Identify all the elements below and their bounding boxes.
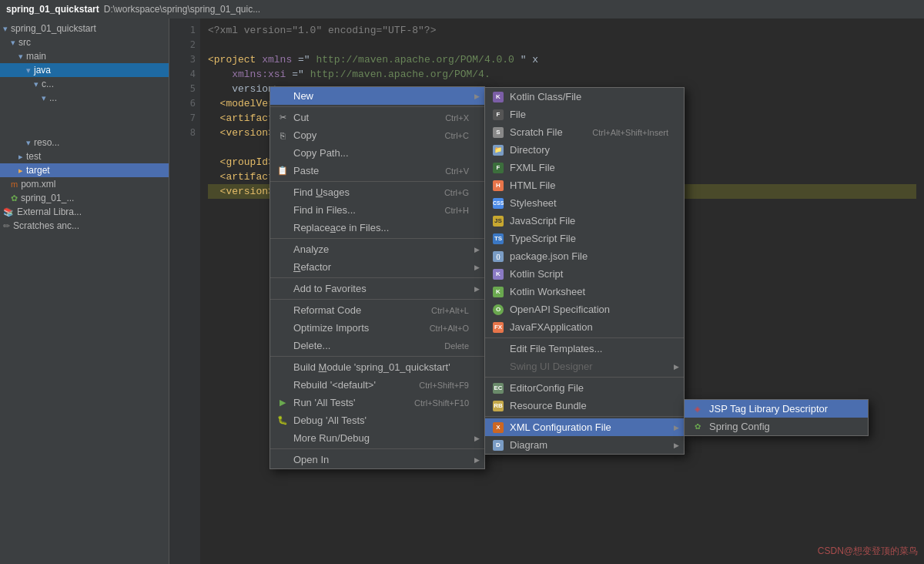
tree-item-test[interactable]: ▸ test (0, 149, 169, 163)
css-icon: CSS (491, 198, 505, 209)
menu-item-label: Delete... (293, 340, 330, 351)
submenu-fxml[interactable]: F FXML File (485, 159, 684, 176)
submenu-scratch[interactable]: S Scratch File Ctrl+Alt+Shift+Insert (485, 123, 684, 141)
tree-item-sub[interactable]: ▾ ... (0, 91, 169, 105)
menu-item-copy[interactable]: ⎘ Copy Ctrl+C (270, 126, 484, 144)
tree-item-scratches[interactable]: ✏ Scratches anc... (0, 219, 169, 233)
tree-label: ... (49, 92, 57, 103)
tree-label: c... (42, 79, 54, 89)
edit-tmpl-icon (491, 344, 505, 354)
editor-area: 1 2 3 4 5 6 7 8 <?xml version="1.0" enco… (169, 18, 924, 564)
menu-item-find-usages[interactable]: Find Usages Ctrl+G (270, 183, 484, 201)
tree-label: External Libra... (17, 206, 82, 217)
kw-icon: K (491, 287, 505, 297)
menu-item-run-tests[interactable]: ▶ Run 'All Tests' Ctrl+Shift+F10 (270, 394, 484, 411)
tree-label: pom.xml (21, 179, 55, 190)
submenu-javafx[interactable]: FX JavaFXApplication (485, 318, 684, 336)
menu-item-find-files[interactable]: Find in Files... Ctrl+H (270, 201, 484, 219)
submenu-openapi[interactable]: O OpenAPI Specification (485, 300, 684, 318)
tree-item-spring[interactable]: ✿ spring_01_... (0, 191, 169, 205)
scratch-icon: S (491, 127, 505, 138)
submenu-resource-bundle[interactable]: RB Resource Bundle (485, 397, 684, 415)
submenu-label: Stylesheet (510, 197, 557, 209)
copy-icon: ⎘ (276, 131, 289, 140)
menu-item-new[interactable]: New (270, 87, 484, 105)
sidebar: ▾ spring_01_quickstart ▾ src ▾ main ▾ ja… (0, 18, 169, 564)
submenu-jsp-tag[interactable]: ◈ JSP Tag Library Descriptor (685, 400, 868, 418)
menu-item-paste[interactable]: 📋 Paste Ctrl+V (270, 162, 484, 180)
file-icon: F (491, 109, 505, 120)
pkg-icon: {} (491, 251, 505, 262)
menu-item-favorites[interactable]: Add to Favorites (270, 280, 484, 297)
menu-item-copy-path[interactable]: Copy Path... (270, 144, 484, 162)
submenu-typescript[interactable]: TS TypeScript File (485, 230, 684, 247)
tree-item-resources[interactable]: ▾ reso... (0, 136, 169, 149)
submenu-kotlin-script[interactable]: K Kotlin Script (485, 265, 684, 283)
menu-item-reformat[interactable]: Reformat Code Ctrl+Alt+L (270, 301, 484, 319)
menu-item-label: Cut (293, 112, 309, 123)
tree-item-src[interactable]: ▾ src (0, 35, 169, 49)
submenu-spring-config[interactable]: ✿ Spring Config (685, 418, 868, 435)
paste-icon: 📋 (276, 166, 289, 176)
test-icon: ▸ (18, 152, 23, 162)
submenu-swing[interactable]: Swing UI Designer (485, 358, 684, 375)
ts-icon: TS (491, 233, 505, 244)
submenu-edit-templates[interactable]: Edit File Templates... (485, 340, 684, 358)
menu-item-rebuild[interactable]: Rebuild '<default>' Ctrl+Shift+F9 (270, 376, 484, 394)
tree-item-pom[interactable]: m pom.xml (0, 177, 169, 191)
submenu-label: HTML File (510, 180, 555, 191)
ec-icon: EC (491, 383, 505, 394)
tree-item-target[interactable]: ▸ target (0, 163, 169, 177)
submenu-label: FXML File (510, 162, 555, 173)
rb-icon: RB (491, 401, 505, 411)
tree-label: reso... (34, 137, 59, 148)
menu-item-open-in[interactable]: Open In (270, 451, 484, 468)
tree-label: target (26, 165, 50, 176)
tree-label: java (34, 65, 51, 76)
tree-item-project[interactable]: ▾ spring_01_quickstart (0, 22, 169, 35)
menu-overlay[interactable]: New ✂ Cut Ctrl+X ⎘ Copy Ctrl+C (169, 18, 924, 564)
submenu-label: JSP Tag Library Descriptor (709, 403, 828, 415)
menu-item-optimize[interactable]: Optimize Imports Ctrl+Alt+O (270, 319, 484, 337)
submenu-package-json[interactable]: {} package.json File (485, 247, 684, 265)
submenu-label: Swing UI Designer (510, 361, 593, 372)
submenu-label: Kotlin Worksheet (510, 286, 585, 297)
menu-item-refactor[interactable]: Refactor (270, 258, 484, 276)
menu-item-delete[interactable]: Delete... Delete (270, 337, 484, 354)
delete-shortcut: Delete (421, 341, 469, 351)
menu-item-replace[interactable]: Replaceace in Files... (270, 219, 484, 237)
submenu-xml-config[interactable]: X XML Configuration File ◈ JSP Tag Libra… (485, 418, 684, 436)
tree-item-c[interactable]: ▾ c... (0, 77, 169, 91)
kotlin-class-icon: K (491, 92, 505, 102)
xc-icon: X (491, 422, 505, 433)
submenu-html[interactable]: H HTML File (485, 176, 684, 194)
fxml-icon: F (491, 163, 505, 173)
menu-item-label: Rebuild '<default>' (293, 379, 376, 391)
menu-item-analyze[interactable]: Analyze (270, 240, 484, 258)
menu-item-build[interactable]: Build Module 'spring_01_quickstart' (270, 358, 484, 376)
submenu-editorconfig[interactable]: EC EditorConfig File (485, 379, 684, 397)
menu-item-cut[interactable]: ✂ Cut Ctrl+X (270, 109, 484, 126)
submenu-file[interactable]: F File (485, 106, 684, 123)
sub-sep-3 (485, 416, 684, 417)
menu-item-more-run[interactable]: More Run/Debug (270, 429, 484, 447)
tree-item-java[interactable]: ▾ java (0, 63, 169, 77)
submenu-javascript[interactable]: JS JavaScript File (485, 212, 684, 230)
cut-shortcut: Ctrl+X (422, 113, 469, 123)
directory-icon: 📁 (491, 145, 505, 156)
submenu-kotlin-class[interactable]: K Kotlin Class/File (485, 88, 684, 106)
spring-config-icon: ✿ (691, 421, 705, 432)
menu-item-debug-tests[interactable]: 🐛 Debug 'All Tests' (270, 411, 484, 429)
submenu-stylesheet[interactable]: CSS Stylesheet (485, 194, 684, 212)
project-name: spring_01_quickstart (6, 4, 99, 15)
sub-sep-1 (485, 337, 684, 338)
menu-item-label: Find Usages (293, 186, 350, 198)
tree-label: spring_01_quickstart (11, 23, 96, 34)
submenu-kotlin-worksheet[interactable]: K Kotlin Worksheet (485, 283, 684, 300)
submenu-directory[interactable]: 📁 Directory (485, 141, 684, 159)
dg-icon: D (491, 440, 505, 451)
menu-item-label: Build Module 'spring_01_quickstart' (293, 361, 450, 373)
submenu-diagram[interactable]: D Diagram (485, 436, 684, 454)
tree-item-external[interactable]: 📚 External Libra... (0, 205, 169, 219)
tree-item-main[interactable]: ▾ main (0, 49, 169, 63)
